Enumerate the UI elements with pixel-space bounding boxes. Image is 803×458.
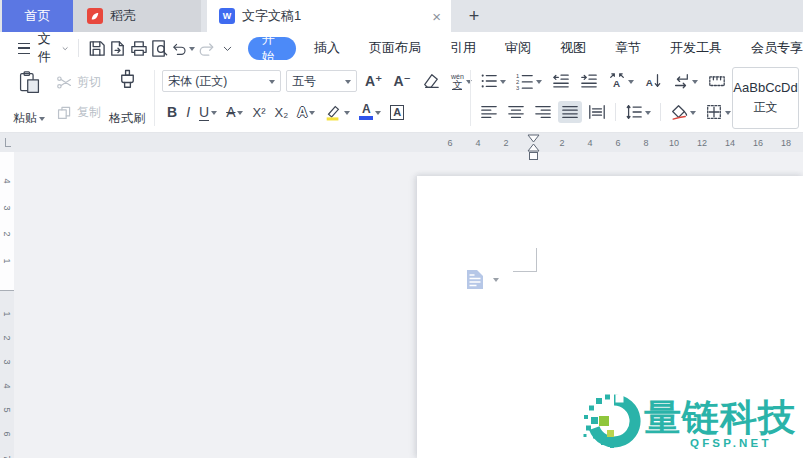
bullet-list-button[interactable] [477,70,509,92]
font-color-button[interactable]: A [356,102,384,122]
text-tool-button[interactable]: A [605,70,637,92]
indent-marker[interactable] [527,134,540,161]
font-size-select[interactable]: 五号 [286,70,357,92]
divider [615,103,616,121]
new-tab-button[interactable]: + [460,0,488,32]
dropdown-icon [345,80,351,87]
justify-button[interactable] [558,101,582,123]
underline-button[interactable]: U [196,102,220,123]
text-tool-icon: A [608,72,626,90]
ruler-number: 5 [0,398,14,422]
menu-bar: 文件 开始 插入页面布局引用审阅视图章节开发工具会员专享 [0,32,803,64]
line-break-icon [672,72,690,90]
ribbon-tab[interactable]: 开发工具 [670,39,722,57]
bold-button[interactable]: B [164,102,180,122]
sort-button[interactable]: A [641,70,665,92]
print-button[interactable] [129,36,148,60]
font-name-select[interactable]: 宋体 (正文) [162,70,281,92]
format-painter-button[interactable]: 格式刷 [104,67,150,129]
align-center-icon [507,103,525,121]
align-right-button[interactable] [531,101,555,123]
print-preview-icon [150,39,169,58]
bold-glyph: B [167,104,177,120]
dropdown-icon [692,80,698,87]
tab-document[interactable]: W 文字文稿1 × [207,0,451,32]
ribbon-tab[interactable]: 页面布局 [369,39,421,57]
italic-button[interactable]: I [183,102,193,122]
dropdown-icon [628,80,634,87]
align-center-button[interactable] [504,101,528,123]
cut-button[interactable]: 剪切 [56,74,101,91]
clear-format-button[interactable] [419,70,443,92]
shading-button[interactable] [667,101,699,123]
paste-button[interactable]: 粘贴 [8,67,50,129]
copy-button[interactable]: 复制 [56,104,101,121]
borders-button[interactable] [702,101,734,123]
dropdown-icon [309,111,315,118]
adjust-width-button[interactable] [705,70,729,92]
decrease-indent-button[interactable] [549,70,573,92]
watermark-site-text: QFSP.NET [690,437,772,449]
more-commands-button[interactable] [218,36,237,60]
text-boundary-mark [513,271,537,272]
ribbon-tab[interactable]: 审阅 [505,39,531,57]
strikethrough-button[interactable]: A [223,102,246,122]
ribbon-tab[interactable]: 引用 [450,39,476,57]
increase-indent-button[interactable] [577,70,601,92]
ribbon-tab[interactable]: 插入 [314,39,340,57]
numbered-list-button[interactable]: 123 [513,70,545,92]
line-spacing-icon [625,103,643,121]
increase-font-button[interactable]: A⁺ [362,71,386,91]
highlight-button[interactable] [321,101,353,123]
tab-docer-label: 稻壳 [110,7,136,25]
dropdown-icon [211,111,217,118]
undo-button[interactable] [171,36,195,60]
ribbon-tab[interactable]: 章节 [615,39,641,57]
horizontal-ruler: 642 24681012141618 [0,133,803,152]
dropdown-icon [536,80,542,87]
decrease-font-button[interactable]: A⁻ [391,71,415,91]
line-break-button[interactable] [669,70,701,92]
paste-options-button[interactable] [466,269,499,290]
sort-az-icon: A [644,72,662,90]
superscript-button[interactable]: X² [249,103,268,122]
svg-text:3: 3 [516,85,519,90]
scissors-icon [56,74,73,91]
dropdown-icon [39,117,45,124]
line-spacing-button[interactable] [622,101,654,123]
redo-button[interactable] [197,36,216,60]
subscript-button[interactable]: X₂ [271,103,291,122]
align-left-button[interactable] [477,101,501,123]
ruler-numbers-left: 642 [436,133,520,152]
hamburger-menu-icon[interactable] [18,43,30,54]
ribbon-tab-home-label: 开始 [262,30,282,66]
style-gallery-item[interactable]: AaBbCcDd 正文 [732,67,799,129]
paste-options-icon [466,269,484,290]
tab-home[interactable]: 首页 [2,0,73,32]
ruler-number: 16 [744,133,772,152]
copy-icon [56,104,73,121]
font-size-value: 五号 [292,73,316,90]
tab-docer[interactable]: 稻壳 [73,0,201,32]
print-icon [129,39,148,58]
text-effect-button[interactable]: A [294,102,318,122]
vertical-ruler-numbers-top: 4321 [0,168,14,274]
char-border-button[interactable]: A [387,103,407,122]
ruler-number: 2 [548,133,576,152]
save-button[interactable] [87,36,106,60]
ribbon-tab[interactable]: 会员专享 [751,39,803,57]
divider [660,103,661,121]
ribbon-tab[interactable]: 视图 [560,39,586,57]
ruler-number: 1 [0,248,14,275]
dropdown-icon[interactable] [189,47,195,54]
file-menu-button[interactable]: 文件 [38,30,70,66]
distribute-button[interactable] [585,101,609,123]
strikethrough-glyph: A [226,104,235,120]
ribbon-tab-home[interactable]: 开始 [248,37,296,60]
increase-indent-icon [580,72,598,90]
close-tab-icon[interactable]: × [432,0,441,32]
save-as-button[interactable] [108,36,127,60]
print-preview-button[interactable] [150,36,169,60]
superscript-glyph: X² [252,105,265,120]
text-boundary-mark [536,248,537,272]
